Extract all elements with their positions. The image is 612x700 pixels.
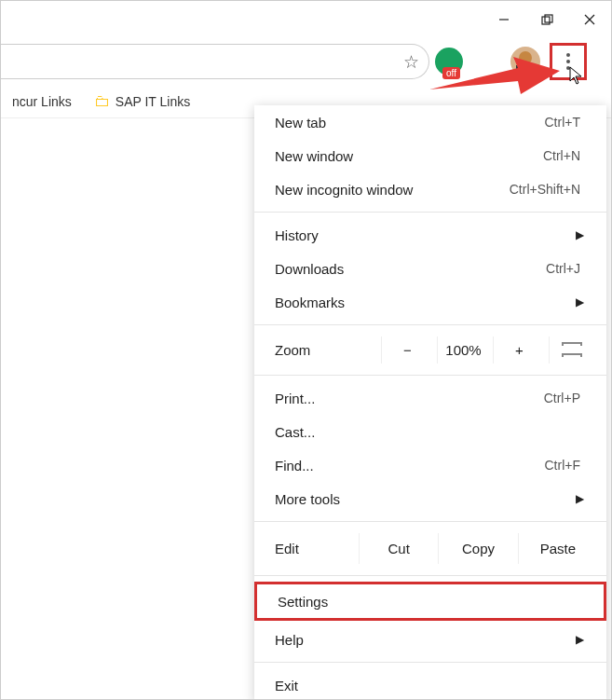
fullscreen-icon bbox=[564, 342, 580, 355]
menu-find[interactable]: Find... Ctrl+F bbox=[254, 448, 606, 482]
paste-button[interactable]: Paste bbox=[518, 533, 597, 564]
zoom-in-button[interactable]: + bbox=[493, 336, 545, 364]
svg-rect-7 bbox=[516, 65, 535, 76]
menu-cast[interactable]: Cast... bbox=[254, 415, 606, 448]
menu-label: Print... bbox=[275, 391, 544, 406]
menu-separator bbox=[254, 575, 606, 576]
menu-new-window[interactable]: New window Ctrl+N bbox=[254, 139, 606, 172]
menu-settings[interactable]: Settings bbox=[257, 584, 604, 618]
edit-label: Edit bbox=[275, 541, 359, 556]
window-titlebar bbox=[1, 1, 611, 38]
zoom-out-button[interactable]: − bbox=[381, 336, 433, 364]
settings-highlight-box: Settings bbox=[254, 582, 606, 621]
cursor-icon bbox=[569, 66, 584, 87]
chevron-right-icon: ▶ bbox=[576, 228, 586, 241]
menu-accel: Ctrl+Shift+N bbox=[510, 182, 586, 197]
menu-accel: Ctrl+N bbox=[543, 148, 586, 163]
bookmark-star-icon[interactable]: ☆ bbox=[403, 51, 419, 73]
menu-downloads[interactable]: Downloads Ctrl+J bbox=[254, 252, 606, 285]
menu-label: New tab bbox=[275, 115, 545, 130]
menu-exit[interactable]: Exit bbox=[254, 668, 606, 700]
menu-more-tools[interactable]: More tools ▶ bbox=[254, 482, 606, 515]
menu-separator bbox=[254, 662, 606, 663]
chevron-right-icon: ▶ bbox=[576, 295, 586, 309]
folder-icon: 🗀 bbox=[94, 92, 110, 111]
menu-label: New window bbox=[275, 148, 543, 164]
menu-label: History bbox=[275, 227, 576, 243]
menu-label: Help bbox=[275, 632, 576, 648]
bookmark-label: ncur Links bbox=[12, 94, 72, 109]
extension-icon[interactable]: off bbox=[435, 48, 463, 75]
menu-label: More tools bbox=[275, 491, 576, 507]
copy-button[interactable]: Copy bbox=[438, 533, 517, 564]
svg-point-6 bbox=[519, 51, 532, 64]
menu-label: Settings bbox=[278, 594, 583, 610]
menu-print[interactable]: Print... Ctrl+P bbox=[254, 381, 606, 415]
menu-new-tab[interactable]: New tab Ctrl+T bbox=[254, 105, 606, 139]
menu-help[interactable]: Help ▶ bbox=[254, 623, 606, 656]
close-button[interactable] bbox=[568, 1, 611, 38]
menu-bookmarks[interactable]: Bookmarks ▶ bbox=[254, 285, 606, 319]
chrome-menu: New tab Ctrl+T New window Ctrl+N New inc… bbox=[254, 105, 606, 700]
svg-rect-1 bbox=[542, 17, 550, 24]
fullscreen-button[interactable] bbox=[549, 336, 593, 364]
menu-edit-row: Edit Cut Copy Paste bbox=[254, 528, 606, 570]
menu-zoom-row: Zoom − 100% + bbox=[254, 331, 606, 369]
zoom-value: 100% bbox=[437, 336, 489, 364]
zoom-label: Zoom bbox=[275, 342, 377, 358]
extension-off-badge: off bbox=[442, 67, 460, 79]
menu-separator bbox=[254, 212, 606, 213]
menu-label: New incognito window bbox=[275, 182, 510, 198]
browser-toolbar: ☆ off bbox=[1, 38, 611, 85]
menu-accel: Ctrl+T bbox=[545, 115, 587, 130]
chevron-right-icon: ▶ bbox=[576, 492, 586, 505]
menu-history[interactable]: History ▶ bbox=[254, 218, 606, 252]
menu-label: Find... bbox=[275, 458, 545, 474]
menu-incognito[interactable]: New incognito window Ctrl+Shift+N bbox=[254, 172, 606, 206]
maximize-button[interactable] bbox=[525, 1, 568, 38]
menu-separator bbox=[254, 375, 606, 376]
menu-separator bbox=[254, 324, 606, 325]
chevron-right-icon: ▶ bbox=[576, 633, 586, 646]
chrome-menu-button[interactable] bbox=[550, 43, 587, 80]
menu-label: Exit bbox=[275, 678, 586, 693]
menu-accel: Ctrl+F bbox=[545, 458, 587, 473]
bookmark-item[interactable]: ncur Links bbox=[5, 90, 79, 113]
menu-label: Cast... bbox=[275, 424, 586, 440]
profile-avatar[interactable] bbox=[510, 47, 540, 76]
menu-label: Downloads bbox=[275, 261, 546, 277]
minimize-button[interactable] bbox=[483, 1, 525, 38]
menu-accel: Ctrl+P bbox=[544, 391, 586, 405]
cut-button[interactable]: Cut bbox=[359, 533, 438, 564]
menu-separator bbox=[254, 521, 606, 522]
bookmark-label: SAP IT Links bbox=[116, 94, 190, 109]
menu-accel: Ctrl+J bbox=[546, 261, 586, 276]
address-bar[interactable]: ☆ bbox=[1, 44, 429, 79]
kebab-icon bbox=[566, 53, 570, 70]
bookmark-folder[interactable]: 🗀 SAP IT Links bbox=[87, 89, 197, 115]
svg-rect-2 bbox=[545, 15, 552, 22]
menu-label: Bookmarks bbox=[275, 295, 576, 310]
